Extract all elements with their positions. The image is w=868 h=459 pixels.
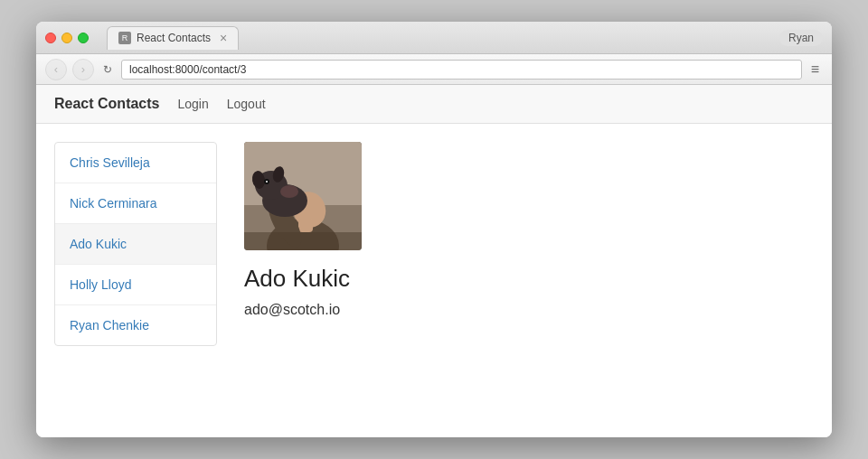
contact-photo <box>244 142 362 250</box>
title-bar: R React Contacts × Ryan <box>36 22 832 54</box>
close-button[interactable] <box>45 33 56 43</box>
browser-window: R React Contacts × Ryan ‹ › ↻ localhost:… <box>36 22 832 437</box>
minimize-button[interactable] <box>61 33 72 43</box>
tab-close-icon[interactable]: × <box>220 31 227 45</box>
page-content: React Contacts Login Logout Chris Sevill… <box>36 85 832 437</box>
svg-point-12 <box>266 181 268 183</box>
tab-favicon: R <box>118 32 131 44</box>
contact-item-2[interactable]: Ado Kukic <box>55 224 216 265</box>
svg-rect-13 <box>244 232 362 250</box>
maximize-button[interactable] <box>78 33 89 43</box>
tab-bar: R React Contacts × <box>107 26 779 50</box>
traffic-lights <box>45 33 89 43</box>
user-badge: Ryan <box>779 30 823 46</box>
contact-photo-svg <box>244 142 362 250</box>
browser-tab[interactable]: R React Contacts × <box>107 26 239 50</box>
contact-name: Ado Kukic <box>244 265 805 293</box>
menu-button[interactable]: ≡ <box>807 61 823 78</box>
contact-item-4[interactable]: Ryan Chenkie <box>55 305 216 345</box>
contact-detail: Ado Kukic ado@scotch.io <box>235 142 814 346</box>
contact-item-3[interactable]: Holly Lloyd <box>55 265 216 305</box>
tab-title: React Contacts <box>137 32 211 44</box>
app-navbar: React Contacts Login Logout <box>36 85 832 124</box>
logout-link[interactable]: Logout <box>227 97 266 111</box>
contact-item-1[interactable]: Nick Cerminara <box>55 183 216 224</box>
reload-button[interactable]: ↻ <box>99 63 116 76</box>
address-bar[interactable]: localhost:8000/contact/3 <box>121 60 802 80</box>
app-title: React Contacts <box>54 96 159 112</box>
svg-rect-4 <box>298 219 313 232</box>
login-link[interactable]: Login <box>177 97 208 111</box>
navigation-bar: ‹ › ↻ localhost:8000/contact/3 ≡ <box>36 54 832 85</box>
contact-item-0[interactable]: Chris Sevilleja <box>55 143 216 183</box>
back-button[interactable]: ‹ <box>45 59 67 80</box>
main-content: Chris Sevilleja Nick Cerminara Ado Kukic… <box>36 124 832 364</box>
svg-point-10 <box>280 185 298 198</box>
forward-button[interactable]: › <box>72 59 94 80</box>
contacts-sidebar: Chris Sevilleja Nick Cerminara Ado Kukic… <box>54 142 217 346</box>
contact-email: ado@scotch.io <box>244 302 805 318</box>
